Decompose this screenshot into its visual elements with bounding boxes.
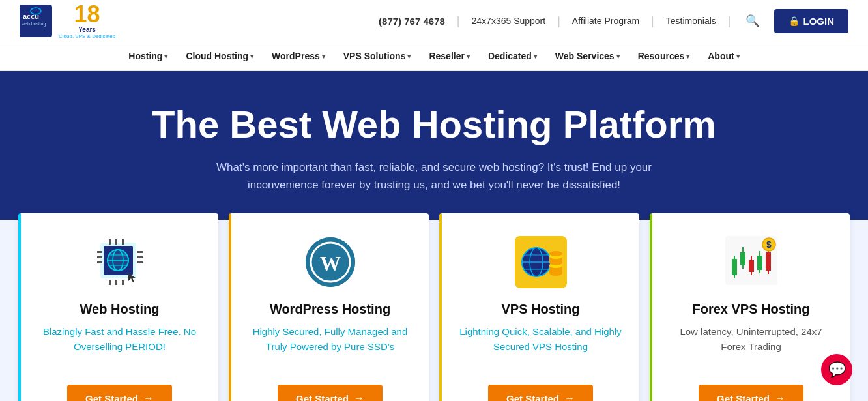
svg-rect-17 (137, 261, 143, 263)
chevron-down-icon: ▾ (736, 53, 740, 60)
hero-subtitle: What's more important than fast, reliabl… (206, 158, 662, 194)
chevron-down-icon: ▾ (164, 53, 167, 60)
get-started-button[interactable]: Get Started → (488, 385, 593, 401)
btn-label: Get Started (717, 393, 770, 401)
wordpress-icon: W (301, 233, 360, 291)
svg-text:accu: accu (23, 12, 39, 20)
arrow-icon: → (143, 393, 154, 401)
svg-text:web hosting: web hosting (21, 22, 46, 27)
logo: accu web hosting 18 Years Cloud, VPS & D… (20, 3, 115, 39)
login-label: LOGIN (803, 16, 835, 27)
card-desc: Highly Secured, Fully Managed and Truly … (247, 325, 413, 370)
svg-rect-44 (732, 259, 737, 275)
svg-text:$: $ (766, 239, 772, 250)
card-desc: Lightning Quick, Scalable, and Highly Se… (457, 325, 624, 370)
svg-rect-53 (757, 256, 762, 270)
chevron-down-icon: ▾ (322, 53, 325, 60)
arrow-icon: → (564, 393, 575, 401)
arrow-icon: → (775, 393, 785, 401)
chevron-down-icon: ▾ (616, 53, 620, 60)
logo-icon: accu web hosting (20, 5, 52, 37)
get-started-button[interactable]: Get Started → (67, 385, 172, 401)
support-link[interactable]: 24x7x365 Support (472, 16, 546, 26)
chevron-down-icon: ▾ (467, 53, 470, 60)
cards-section: Web Hosting Blazingly Fast and Hassle Fr… (0, 220, 868, 401)
nav-reseller[interactable]: Reseller ▾ (420, 51, 478, 61)
chevron-down-icon: ▾ (534, 53, 537, 60)
years-badge: 18 Years Cloud, VPS & Dedicated (59, 3, 115, 39)
svg-rect-47 (740, 252, 745, 265)
topbar-right: (877) 767 4678 | 24x7x365 Support | Affi… (379, 9, 848, 33)
nav-resources[interactable]: Resources ▾ (629, 51, 699, 61)
chat-bubble[interactable]: 💬 (821, 354, 852, 385)
btn-label: Get Started (296, 393, 349, 401)
card-title: WordPress Hosting (247, 302, 413, 317)
card-forex-vps: $ Forex VPS Hosting Low latency, Uninter… (650, 213, 850, 401)
nav-dedicated[interactable]: Dedicated ▾ (479, 51, 546, 61)
lock-icon: 🔒 (788, 16, 800, 26)
card-title: VPS Hosting (457, 302, 624, 317)
card-title: Web Hosting (36, 302, 203, 317)
nav-items: Hosting ▾ Cloud Hosting ▾ WordPress ▾ VP… (119, 51, 748, 61)
chevron-down-icon: ▾ (686, 53, 689, 60)
svg-rect-56 (766, 252, 771, 271)
chevron-down-icon: ▾ (250, 53, 253, 60)
affiliate-link[interactable]: Affiliate Program (572, 16, 639, 26)
nav-web-services[interactable]: Web Services ▾ (546, 51, 629, 61)
phone-number: (877) 767 4678 (379, 16, 445, 27)
nav-wordpress[interactable]: WordPress ▾ (263, 51, 334, 61)
card-desc: Low latency, Uninterrupted, 24x7 Forex T… (668, 325, 834, 370)
years-sub: Cloud, VPS & Dedicated (59, 33, 115, 39)
login-button[interactable]: 🔒 LOGIN (774, 9, 849, 33)
svg-rect-23 (122, 280, 124, 285)
topbar: accu web hosting 18 Years Cloud, VPS & D… (0, 0, 868, 42)
svg-text:W: W (320, 252, 341, 275)
card-wordpress-hosting: W WordPress Hosting Highly Secured, Full… (229, 213, 429, 401)
card-title: Forex VPS Hosting (668, 302, 834, 317)
svg-rect-20 (122, 239, 124, 245)
card-vps-hosting: VPS Hosting Lightning Quick, Scalable, a… (439, 213, 639, 401)
search-icon: 🔍 (745, 14, 760, 27)
arrow-icon: → (354, 393, 364, 401)
chat-icon: 💬 (828, 361, 846, 378)
btn-label: Get Started (506, 393, 559, 401)
svg-rect-21 (109, 280, 111, 285)
get-started-button[interactable]: Get Started → (699, 385, 803, 401)
main-navbar: Hosting ▾ Cloud Hosting ▾ WordPress ▾ VP… (0, 42, 868, 71)
card-web-hosting: Web Hosting Blazingly Fast and Hassle Fr… (18, 213, 218, 401)
svg-rect-50 (749, 260, 754, 272)
years-label: Years (78, 26, 96, 33)
testimonials-link[interactable]: Testimonials (666, 16, 716, 26)
svg-rect-0 (20, 5, 52, 37)
chevron-down-icon: ▾ (407, 53, 411, 60)
search-button[interactable]: 🔍 (743, 11, 762, 31)
svg-rect-18 (109, 239, 111, 245)
nav-cloud-hosting[interactable]: Cloud Hosting ▾ (177, 51, 263, 61)
svg-rect-19 (115, 239, 117, 245)
svg-rect-13 (97, 256, 102, 258)
hero-title: The Best Web Hosting Platform (13, 104, 855, 145)
svg-rect-14 (97, 261, 102, 263)
nav-hosting[interactable]: Hosting ▾ (119, 51, 177, 61)
card-desc: Blazingly Fast and Hassle Free. No Overs… (36, 325, 203, 370)
nav-about[interactable]: About ▾ (699, 51, 748, 61)
years-number: 18 (74, 3, 100, 26)
web-hosting-icon (91, 233, 149, 291)
get-started-button[interactable]: Get Started → (278, 385, 383, 401)
btn-label: Get Started (85, 393, 138, 401)
svg-rect-16 (137, 256, 143, 258)
svg-rect-22 (115, 280, 117, 285)
nav-vps[interactable]: VPS Solutions ▾ (334, 51, 420, 61)
svg-rect-15 (137, 251, 143, 253)
hero-section: The Best Web Hosting Platform What's mor… (0, 71, 868, 220)
svg-rect-12 (97, 251, 102, 253)
svg-point-42 (549, 251, 562, 256)
vps-icon (512, 233, 570, 291)
forex-icon: $ (722, 233, 781, 291)
